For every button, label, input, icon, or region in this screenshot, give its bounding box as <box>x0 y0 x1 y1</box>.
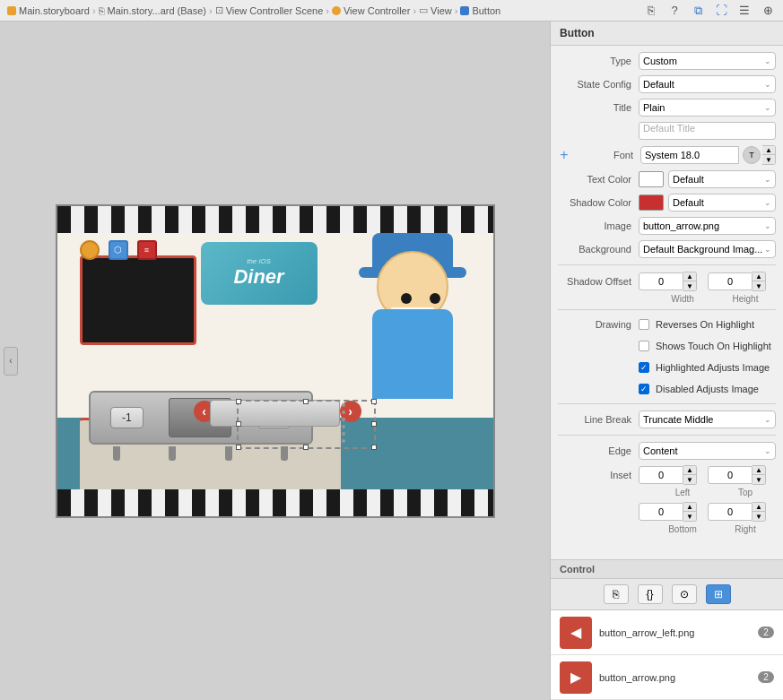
inset-left[interactable]: 0 <box>639 466 683 484</box>
line-break-label: Line Break <box>558 414 639 425</box>
state-config-select[interactable]: Default ⌄ <box>639 75 776 93</box>
inset-top-down[interactable]: ▼ <box>753 475 765 484</box>
disabled-adjusts-checkbox[interactable]: ✓ <box>639 384 649 394</box>
add-font-button[interactable]: + <box>558 149 570 161</box>
line-break-value: Truncate Middle <box>643 414 713 425</box>
inset-bottom-up[interactable]: ▲ <box>683 503 696 512</box>
inset-left-down[interactable]: ▼ <box>683 475 696 484</box>
shadow-color-swatch[interactable] <box>639 194 664 211</box>
inset-top-up[interactable]: ▲ <box>753 466 765 475</box>
shadow-offset-height-down[interactable]: ▼ <box>753 281 765 290</box>
control-btn-braces[interactable]: {} <box>638 584 663 604</box>
shadow-offset-labels: Width Height <box>551 294 783 306</box>
breadcrumb-item-5[interactable]: Button <box>460 5 500 16</box>
breadcrumb-item-4[interactable]: ▭ View <box>419 4 452 16</box>
shadow-offset-width-down[interactable]: ▼ <box>683 281 696 290</box>
scene-icon: ⊡ <box>215 4 223 16</box>
handle-tl[interactable] <box>236 399 241 404</box>
breadcrumb-item-1[interactable]: ⎘ Main.story...ard (Base) <box>99 5 206 16</box>
file-item-arrow-left[interactable]: ◀ button_arrow_left.png 2 <box>551 610 783 655</box>
inset-right[interactable]: 0 <box>708 503 753 521</box>
shadow-offset-height-stepper: ▲ ▼ <box>753 272 766 291</box>
handle-bm[interactable] <box>303 445 309 450</box>
inset-top-group: 0 ▲ ▼ <box>708 465 766 485</box>
image-label: Image <box>558 220 639 231</box>
control-btn-circle[interactable]: ⊙ <box>672 584 697 604</box>
breadcrumb-label-2: View Controller Scene <box>226 5 324 16</box>
list-toolbar-icon[interactable]: ☰ <box>736 3 753 19</box>
inset-top-labels: Left Top <box>551 488 783 499</box>
inset-right-up[interactable]: ▲ <box>753 503 765 512</box>
title-input[interactable]: Default Title <box>639 122 776 140</box>
shadow-offset-width[interactable]: 0 <box>639 272 683 290</box>
title-select-value: Plain <box>643 102 665 113</box>
inset-left-up[interactable]: ▲ <box>683 466 696 475</box>
background-select[interactable]: Default Background Imag... ⌄ <box>639 240 776 258</box>
shows-touch-checkbox[interactable] <box>639 341 649 351</box>
title-select[interactable]: Plain ⌄ <box>639 99 776 117</box>
reverses-checkbox[interactable] <box>639 319 649 330</box>
shield-toolbar-icon[interactable]: ⛶ <box>713 3 729 19</box>
highlighted-adjusts-row: ✓ Highlighted Adjusts Image <box>551 357 783 378</box>
file-toolbar-icon[interactable]: ⎘ <box>643 3 659 19</box>
breadcrumb-item-2[interactable]: ⊡ View Controller Scene <box>215 4 324 16</box>
link-toolbar-icon[interactable]: ⧉ <box>690 3 706 19</box>
text-color-select[interactable]: Default ⌄ <box>668 170 776 188</box>
question-toolbar-icon[interactable]: ? <box>666 3 683 19</box>
circle-toolbar-icon[interactable]: ⊕ <box>760 3 776 19</box>
shadow-color-label: Shadow Color <box>558 197 639 208</box>
file-icon-arrow-left: ◀ <box>560 617 592 649</box>
highlighted-adjusts-checkbox[interactable]: ✓ <box>639 362 649 373</box>
dot-4 <box>342 425 345 428</box>
font-select[interactable]: System 18.0 <box>640 146 739 164</box>
inset-top-stepper: ▲ ▼ <box>753 465 766 485</box>
bottom-panel: Control ⎘ {} ⊙ ⊞ ◀ button_arrow_left.png… <box>551 559 783 700</box>
file-badge-arrow-right: 2 <box>758 671 774 683</box>
attributes-panel: Button Type Custom ⌄ State Config Defaul <box>550 22 783 700</box>
panel-title: Button <box>560 27 595 39</box>
font-circle-button[interactable]: T <box>743 146 761 164</box>
handle-br[interactable] <box>371 445 377 450</box>
state-config-label: State Config <box>558 79 639 90</box>
edge-row: Edge Content ⌄ <box>551 439 783 462</box>
title-chevron: ⌄ <box>764 103 771 112</box>
slot-btn-left[interactable]: -1 <box>110 407 144 428</box>
font-stepper-up[interactable]: ▲ <box>762 146 775 155</box>
inset-bottom[interactable]: 0 <box>639 503 683 521</box>
shadow-offset-width-up[interactable]: ▲ <box>683 272 696 281</box>
control-btn-grid[interactable]: ⊞ <box>706 584 731 604</box>
handle-tr[interactable] <box>371 399 377 404</box>
background-value: Default Background Imag... <box>643 244 762 255</box>
dot-3 <box>342 418 345 421</box>
left-label: Left <box>652 488 713 497</box>
text-color-swatch[interactable] <box>639 171 664 187</box>
handle-ml[interactable] <box>236 421 241 427</box>
left-nav-arrow[interactable]: ‹ <box>4 347 18 376</box>
control-title: Control <box>560 564 595 575</box>
inset-top[interactable]: 0 <box>708 466 753 484</box>
type-select-value: Custom <box>643 56 677 66</box>
image-select[interactable]: button_arrow.png ⌄ <box>639 217 776 235</box>
control-btn-file[interactable]: ⎘ <box>604 584 629 604</box>
type-select[interactable]: Custom ⌄ <box>639 52 776 70</box>
font-stepper-down[interactable]: ▼ <box>762 155 775 164</box>
breadcrumb-sep-3: › <box>413 5 416 16</box>
dot-5 <box>342 432 345 436</box>
handle-mr[interactable] <box>371 421 377 427</box>
breadcrumb-item-0[interactable]: Main.storyboard <box>7 5 90 16</box>
file-item-arrow-right[interactable]: ▶ button_arrow.png 2 <box>551 655 783 700</box>
shadow-offset-height[interactable]: 0 <box>708 272 753 290</box>
dashed-selection-box <box>237 400 376 449</box>
shadow-color-select[interactable]: Default ⌄ <box>668 194 776 212</box>
shadow-offset-height-up[interactable]: ▲ <box>753 272 765 281</box>
edge-select[interactable]: Content ⌄ <box>639 442 776 460</box>
handle-tm[interactable] <box>303 399 309 404</box>
line-break-select[interactable]: Truncate Middle ⌄ <box>639 410 776 428</box>
handle-bl[interactable] <box>236 445 241 450</box>
breadcrumb-label-3: View Controller <box>344 5 410 16</box>
inset-right-down[interactable]: ▼ <box>753 512 765 521</box>
checkered-bottom <box>57 489 493 516</box>
width-label: Width <box>652 294 713 304</box>
inset-bottom-down[interactable]: ▼ <box>683 512 696 521</box>
breadcrumb-item-3[interactable]: View Controller <box>332 5 410 16</box>
